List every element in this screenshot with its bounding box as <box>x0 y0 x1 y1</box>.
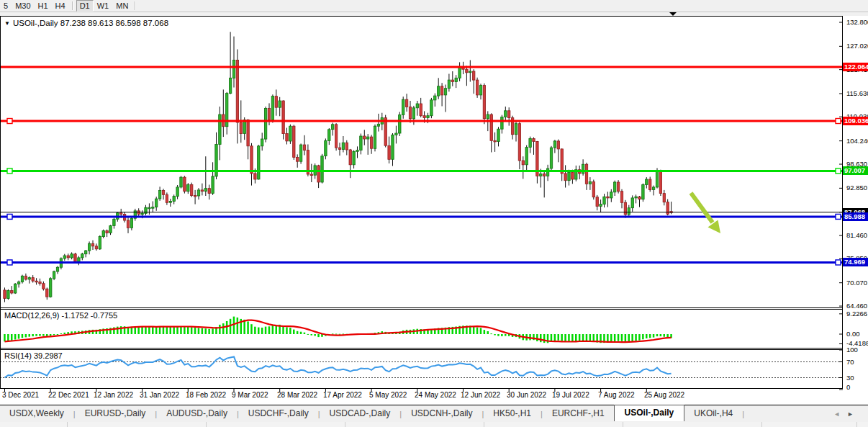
date-label: 12 Jun 2022 <box>461 391 500 399</box>
rsi-axis-label: 30 <box>846 374 854 382</box>
rsi-indicator-label: RSI(14) 39.2987 <box>4 351 63 360</box>
chart-title: ▼USOil-,Daily 87.238 89.613 86.598 87.06… <box>4 19 168 27</box>
price-axis-label: 104.240 <box>846 137 868 145</box>
timeframe-toolbar: 5M30H1H4D1W1MN <box>0 0 868 12</box>
price-axis-label: 70.070 <box>846 279 867 287</box>
rsi-axis-label: 70 <box>846 358 854 366</box>
price-badge-97.007: 97.007 <box>843 166 868 175</box>
timeframe-button-H1[interactable]: H1 <box>35 1 52 11</box>
tab-separator: | <box>742 410 744 421</box>
date-label: 28 Mar 2022 <box>277 391 317 399</box>
date-label: 19 Jul 2022 <box>552 391 589 399</box>
timeframe-button-MN[interactable]: MN <box>112 1 132 11</box>
date-label: 12 Jan 2022 <box>94 391 133 399</box>
date-label: 9 Mar 2022 <box>232 391 268 399</box>
date-label: 18 Feb 2022 <box>186 391 226 399</box>
chart-tab-ukoil-h4[interactable]: UKOil-,H4 <box>684 406 742 421</box>
rsi-name: RSI(14) <box>4 351 32 360</box>
price-axis-label: 92.850 <box>846 184 867 192</box>
tab-scroll-right-icon[interactable]: ► <box>847 410 861 418</box>
chevron-down-icon[interactable]: ▼ <box>4 20 10 27</box>
date-label: 5 May 2022 <box>369 391 407 399</box>
status-divider <box>623 422 623 427</box>
price-axis-label: 64.460 <box>846 302 867 310</box>
timeframe-button-H4[interactable]: H4 <box>52 1 69 11</box>
price-badge-109.036: 109.036 <box>843 117 868 125</box>
chart-tab-eurusd-daily[interactable]: EURUSD-,Daily <box>76 406 155 421</box>
macd-current-values: -1.1752 -0.7755 <box>61 311 117 320</box>
timeframe-button-M30[interactable]: M30 <box>12 1 34 11</box>
date-label: 3 Dec 2021 <box>2 391 39 399</box>
tab-scroll-left-icon[interactable]: ◄ <box>833 410 847 418</box>
price-axis-label: 81.460 <box>846 231 867 239</box>
timeframe-button-5[interactable]: 5 <box>0 1 12 11</box>
chart-tab-usdx-weekly[interactable]: USDX,Weekly <box>0 406 73 421</box>
date-label: 7 Aug 2022 <box>598 391 635 399</box>
status-strip <box>0 422 868 427</box>
date-label: 25 Aug 2022 <box>644 391 684 399</box>
price-axis-label: 115.630 <box>846 89 868 97</box>
chart-tab-audusd-daily[interactable]: AUDUSD-,Daily <box>157 406 237 421</box>
symbol-period-label: USOil-,Daily <box>13 19 58 27</box>
status-divider <box>345 422 345 427</box>
rsi-current-value: 39.2987 <box>34 351 63 360</box>
chart-tab-bar: USDX,Weekly|EURUSD-,Daily|AUDUSD-,Daily|… <box>0 405 868 421</box>
date-label: 24 May 2022 <box>415 391 456 399</box>
timeframe-button-W1[interactable]: W1 <box>94 1 113 11</box>
chart-tab-usoil-daily[interactable]: USOil-,Daily <box>614 405 685 421</box>
status-divider <box>484 422 484 427</box>
chart-tab-usdchf-daily[interactable]: USDCHF-,Daily <box>239 406 318 421</box>
date-label: 31 Jan 2022 <box>140 391 179 399</box>
macd-axis-label: 0.00 <box>846 330 860 338</box>
toolbar-separator <box>135 1 136 10</box>
price-badge-74.969: 74.969 <box>843 258 868 266</box>
chart-tab-usdcnh-daily[interactable]: USDCNH-,Daily <box>402 406 482 421</box>
price-axis: 132.800127.020121.410115.630110.030104.2… <box>843 0 868 405</box>
mt4-window: 5M30H1H4D1W1MN ▼USOil-,Daily 87.238 89.6… <box>0 0 868 427</box>
date-label: 30 Jun 2022 <box>507 391 546 399</box>
price-badge-122.064: 122.064 <box>843 63 868 71</box>
macd-indicator-label: MACD(12,26,9) -1.1752 -0.7755 <box>4 311 117 320</box>
date-label: 17 Apr 2022 <box>323 391 362 399</box>
chart-canvas[interactable] <box>0 0 868 427</box>
time-axis: 3 Dec 202122 Dec 202112 Jan 202231 Jan 2… <box>0 391 868 403</box>
price-axis-label: 132.800 <box>846 18 868 26</box>
macd-axis-label: 9.2266 <box>846 310 867 318</box>
price-badge-85.988: 85.988 <box>843 212 868 221</box>
status-divider <box>206 422 207 427</box>
price-axis-label: 127.020 <box>846 42 868 50</box>
macd-name: MACD(12,26,9) <box>4 311 59 320</box>
timeframe-button-D1[interactable]: D1 <box>76 0 94 12</box>
rsi-axis-label: 100 <box>846 346 858 354</box>
chart-tab-hk50-h1[interactable]: HK50-,H1 <box>484 406 541 421</box>
status-divider <box>856 422 857 427</box>
ohlc-values: 87.238 89.613 86.598 87.068 <box>60 19 168 27</box>
status-divider <box>761 422 762 427</box>
status-divider <box>67 422 68 427</box>
chart-tab-eurchf-h1[interactable]: EURCHF-,H1 <box>543 406 614 421</box>
chart-tab-usdcad-daily[interactable]: USDCAD-,Daily <box>320 406 400 421</box>
toolbar-separator <box>72 1 73 10</box>
tab-scroll-arrows: ◄► <box>833 410 861 418</box>
rsi-axis-label: 0 <box>846 383 850 391</box>
date-label: 22 Dec 2021 <box>48 391 89 399</box>
